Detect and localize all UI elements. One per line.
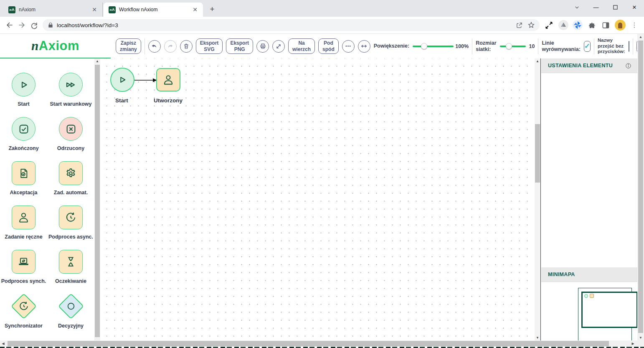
laptop-sync-icon [17, 255, 30, 269]
tab-search-chevron-icon[interactable] [567, 0, 586, 14]
export-png-button[interactable]: EksportPNG [226, 38, 253, 54]
close-button[interactable]: ✕ [625, 0, 644, 14]
send-to-back-button[interactable]: Podspód [318, 38, 339, 54]
tab-close-icon[interactable]: ✕ [191, 6, 199, 13]
zoom-value: 100% [455, 43, 469, 49]
scroll-up-icon[interactable]: ▲ [637, 34, 644, 40]
export-svg-button[interactable]: EksportSVG [196, 38, 223, 54]
undo-icon [151, 43, 158, 50]
side-panel-icon[interactable] [600, 19, 612, 31]
scroll-right-icon[interactable]: ▶ [630, 340, 636, 347]
scroll-left-icon[interactable]: ◀ [0, 340, 6, 347]
connector-dots-button[interactable] [342, 40, 355, 53]
trash-icon [183, 43, 190, 50]
palette-item-zad-automat[interactable]: Zad. automat. [47, 161, 94, 196]
scroll-up-icon[interactable]: ▲ [94, 58, 100, 64]
palette-item-start[interactable]: Start [0, 73, 47, 107]
play-icon [17, 78, 30, 91]
minimize-button[interactable]: — [586, 0, 606, 14]
scroll-down-icon[interactable]: ▼ [637, 335, 644, 340]
person-icon [162, 73, 175, 86]
palette-item-zakonczony[interactable]: Zakończony [0, 117, 47, 151]
zoom-slider[interactable] [413, 46, 454, 47]
pinwheel-extension-icon[interactable] [571, 19, 584, 31]
double-arrow-icon [360, 43, 368, 50]
dotted-line-icon [345, 43, 352, 50]
toolbar-divider [633, 38, 633, 54]
connector-straight-button[interactable] [358, 40, 370, 53]
new-tab-button[interactable]: + [206, 3, 218, 15]
node-utworzony[interactable] [156, 68, 180, 91]
node-start[interactable] [110, 68, 134, 92]
lock-icon [48, 22, 53, 28]
forward-icon[interactable] [15, 18, 28, 32]
tab-title: nAxiom [19, 7, 87, 13]
palette-item-podproces-synch[interactable]: Podproces synch. [0, 250, 47, 284]
reload-icon[interactable] [28, 18, 40, 32]
node-label-utworzony: Utworzony [154, 97, 183, 104]
delete-button[interactable] [180, 40, 193, 53]
align-lines-checkbox[interactable]: ✓ [584, 41, 591, 52]
resize-diagonal-icon [275, 43, 282, 50]
extensions-puzzle-icon[interactable] [586, 19, 598, 31]
panel-title: USTAWIENIA ELEMENTU [548, 63, 613, 69]
scroll-up-icon[interactable]: ▲ [535, 58, 540, 64]
share-icon[interactable] [514, 19, 525, 31]
canvas-scrollbar[interactable]: ▲ ▼ [535, 58, 541, 340]
browser-tab-workflow[interactable]: nA Workflow nAxiom ✕ [104, 3, 203, 17]
browser-tab-naxiom[interactable]: nA nAxiom ✕ [3, 3, 103, 17]
tab-title: Workflow nAxiom [119, 7, 188, 13]
palette-item-synchronizator[interactable]: Synchronizator [0, 294, 47, 329]
bring-to-front-button[interactable]: Nawierzch [288, 38, 315, 54]
redo-button[interactable] [164, 40, 177, 53]
canvas-scrollbar-thumb[interactable] [535, 124, 540, 183]
minimap[interactable] [541, 282, 637, 348]
profile-avatar[interactable] [614, 19, 626, 31]
bookmark-star-icon[interactable] [525, 19, 537, 31]
maximize-button[interactable] [606, 0, 625, 14]
window-controls: — ✕ [567, 0, 644, 14]
zoom-slider-handle[interactable] [421, 43, 427, 49]
grid-size-slider-handle[interactable] [506, 43, 512, 49]
info-icon[interactable] [625, 63, 631, 69]
transition-names-checkbox[interactable] [629, 41, 629, 52]
grid-size-slider[interactable] [500, 46, 526, 47]
x-square-icon [64, 122, 78, 136]
page-horizontal-scrollbar[interactable]: ◀ ▶ [0, 340, 644, 347]
workflow-canvas[interactable]: Start Utworzony [100, 58, 535, 340]
screenshot-extension-icon[interactable] [557, 19, 570, 31]
save-changes-button[interactable]: Zapiszzmiany [116, 38, 141, 54]
hourglass-icon [64, 255, 78, 269]
redo-icon [167, 43, 174, 50]
fullscreen-arrows-icon[interactable] [543, 19, 555, 31]
undo-button[interactable] [148, 40, 161, 53]
logo-box: nAxiom [0, 34, 111, 58]
palette-item-odrzucony[interactable]: Odrzucony [47, 117, 94, 151]
palette-scrollbar-thumb[interactable] [95, 65, 100, 337]
tab-strip: nA nAxiom ✕ nA Workflow nAxiom ✕ + — ✕ [0, 0, 644, 17]
back-icon[interactable] [3, 18, 15, 32]
palette-item-oczekiwanie[interactable]: Oczekiwanie [47, 250, 94, 284]
palette-item-akceptacja[interactable]: Akceptacja [0, 161, 47, 196]
url-text[interactable]: localhost/workflow/?id=3 [57, 22, 514, 28]
palette-item-podproces-async[interactable]: Podproces async. [47, 206, 94, 240]
tab-close-icon[interactable]: ✕ [91, 6, 98, 13]
palette-item-zadanie-reczne[interactable]: Zadanie ręczne [0, 206, 47, 240]
circle-icon [65, 300, 77, 312]
scroll-down-icon[interactable]: ▼ [535, 335, 540, 340]
url-bar[interactable]: localhost/workflow/?id=3 [43, 19, 540, 31]
palette-scrollbar[interactable]: ▲ [94, 58, 100, 340]
print-button[interactable] [256, 40, 269, 53]
page-scrollbar-thumb[interactable] [638, 41, 643, 333]
edge-start-utworzony[interactable] [134, 77, 157, 84]
horizontal-scrollbar-thumb[interactable] [8, 341, 609, 346]
fit-view-button[interactable] [272, 40, 285, 53]
palette-item-start-warunkowy[interactable]: Start warunkowy [47, 73, 94, 107]
palette-item-decyzyjny[interactable]: Decyzyjny [47, 294, 94, 329]
page-vertical-scrollbar[interactable]: ▲ ▼ [637, 34, 644, 340]
align-lines-label: Liniewyrównywania: [542, 40, 580, 53]
grid-size-label: Rozmiarsiatki: [476, 40, 496, 53]
browser-menu-icon[interactable]: ⋮ [628, 19, 641, 31]
browser-toolbar: localhost/workflow/?id=3 [0, 17, 644, 34]
printer-icon [259, 43, 266, 50]
